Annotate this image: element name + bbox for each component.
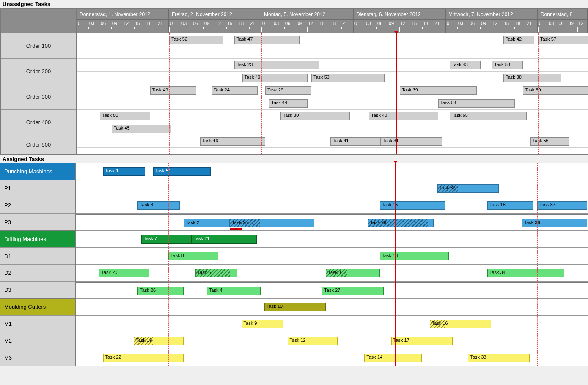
machine-row-label: D1 (0, 248, 75, 265)
task-bar[interactable]: Task 34 (487, 269, 564, 277)
machine-row[interactable]: Task 2Task 25Task 28Task 36 (76, 214, 588, 231)
delay-indicator (230, 228, 241, 230)
machine-group-label[interactable]: Drilling Machines (0, 231, 75, 248)
task-bar[interactable]: Task 22 (103, 354, 184, 362)
task-bar[interactable]: Task 10 (264, 303, 326, 311)
task-bar[interactable]: Task 30 (280, 112, 349, 120)
task-bar[interactable]: Task 24 (212, 86, 258, 95)
task-bar[interactable]: Task 8 (168, 252, 218, 260)
order-row[interactable]: Task 50Task 30Task 40Task 55Task 45 (77, 110, 588, 135)
task-bar[interactable]: Task 14 (364, 354, 422, 362)
order-row[interactable]: Task 46Task 41Task 31Task 56 (77, 135, 588, 154)
machine-row[interactable]: Task 19Task 12Task 17 (76, 332, 588, 349)
task-bar[interactable]: Task 53 (311, 74, 385, 82)
day-boundary (168, 163, 169, 366)
task-bar[interactable]: Task 48 (242, 74, 308, 82)
hour-scale: 003060912151821 (354, 20, 446, 33)
day-boundary (261, 33, 262, 154)
machine-row-label: M2 (0, 332, 75, 349)
task-bar[interactable]: Task 56 (530, 137, 569, 146)
machine-row-label: D2 (0, 265, 75, 282)
task-bar[interactable]: Task 21 (191, 235, 256, 244)
task-bar[interactable]: Task 20 (99, 269, 149, 277)
task-bar[interactable]: Task 31 (381, 137, 442, 146)
task-bar[interactable]: Task 54 (438, 99, 515, 108)
task-bar[interactable]: Task 41 (330, 137, 380, 146)
task-bar[interactable]: Task 39 (400, 86, 477, 95)
blank-corner (1, 9, 76, 33)
task-bar[interactable]: Task 52 (169, 36, 223, 44)
group-row[interactable]: Task 10 (76, 299, 588, 316)
task-bar[interactable]: Task 43 (450, 61, 481, 69)
assigned-title: Assigned Tasks (0, 155, 588, 163)
task-bar[interactable]: Task 9 (242, 320, 284, 328)
task-bar[interactable]: Task 2 (184, 219, 230, 227)
task-bar[interactable]: Task 16 (430, 320, 491, 328)
unassigned-gantt: Order 100Order 200Order 300Order 400Orde… (0, 8, 588, 155)
task-bar[interactable]: Task 17 (391, 337, 453, 345)
task-bar[interactable]: Task 26 (137, 287, 184, 295)
machine-row-label: D3 (0, 282, 75, 299)
machine-group-label[interactable]: Moulding Cutters (0, 299, 75, 316)
task-bar[interactable]: Task 7 (141, 235, 191, 244)
machine-row[interactable]: Task 20Task 6Task 11Task 34 (76, 265, 588, 282)
machine-row[interactable]: Task 3Task 15Task 18Task 37 (76, 197, 588, 214)
order-row-label: Order 300 (1, 84, 76, 110)
task-bar[interactable]: Task 58 (492, 61, 523, 69)
now-marker (395, 163, 396, 366)
task-bar[interactable]: Task 37 (537, 201, 587, 210)
task-bar[interactable]: Task 4 (207, 287, 261, 295)
task-bar[interactable]: Task 32 (437, 184, 499, 193)
day-header: Donnerstag, 8 (538, 9, 588, 20)
machine-row[interactable]: Task 22Task 14Task 33 (76, 349, 588, 366)
hour-scale: 003060912151821 (77, 20, 169, 33)
order-row[interactable]: Task 23Task 43Task 58Task 48Task 53Task … (77, 59, 588, 84)
day-header: Montag, 5. November 2012 (261, 9, 354, 20)
order-row-label: Order 500 (1, 135, 76, 154)
task-bar[interactable]: Task 29 (265, 86, 311, 95)
subrow (77, 46, 588, 59)
task-bar[interactable]: Task 36 (522, 219, 587, 227)
now-marker (396, 33, 397, 154)
task-bar[interactable]: Task 3 (137, 201, 180, 210)
machine-row[interactable]: Task 26Task 4Task 27 (76, 282, 588, 299)
task-bar[interactable]: Task 15 (380, 201, 445, 210)
task-bar[interactable]: Task 1 (103, 167, 146, 176)
machine-group-label[interactable]: Punching Machines (0, 163, 75, 180)
machine-row[interactable]: Task 32 (76, 180, 588, 197)
task-bar[interactable]: Task 18 (487, 201, 533, 210)
order-row-label: Order 200 (1, 59, 76, 84)
order-row-label: Order 100 (1, 33, 76, 59)
group-row[interactable]: Task 7Task 21 (76, 231, 588, 248)
task-bar[interactable]: Task 46 (200, 137, 265, 146)
task-bar[interactable]: Task 38 (503, 74, 561, 82)
task-bar[interactable]: Task 57 (538, 36, 588, 44)
task-bar[interactable]: Task 47 (234, 36, 299, 44)
task-bar[interactable]: Task 6 (195, 269, 238, 277)
task-bar[interactable]: Task 33 (468, 354, 529, 362)
task-bar[interactable]: Task 50 (100, 112, 150, 120)
hour-scale: 003060912151821 (446, 20, 538, 33)
task-bar[interactable]: Task 51 (153, 167, 211, 176)
task-bar[interactable]: Task 44 (269, 99, 308, 108)
order-row[interactable]: Task 52Task 47Task 42Task 57 (77, 33, 588, 59)
task-bar[interactable]: Task 23 (234, 61, 319, 69)
task-bar[interactable]: Task 13 (380, 252, 449, 260)
task-bar[interactable]: Task 45 (112, 125, 171, 133)
task-bar[interactable]: Task 12 (288, 337, 338, 345)
task-bar[interactable]: Task 55 (450, 112, 527, 120)
task-bar[interactable]: Task 59 (523, 86, 588, 95)
task-bar[interactable]: Task 40 (369, 112, 438, 120)
order-row-label: Order 400 (1, 110, 76, 135)
group-row[interactable]: Task 1Task 51 (76, 163, 588, 180)
task-bar[interactable]: Task 49 (150, 86, 196, 95)
task-bar[interactable]: Task 28 (368, 219, 433, 227)
order-row[interactable]: Task 49Task 24Task 29Task 39Task 59Task … (77, 84, 588, 110)
task-bar[interactable]: Task 42 (503, 36, 534, 44)
machine-row-label: M1 (0, 316, 75, 332)
machine-row[interactable]: Task 9Task 16 (76, 316, 588, 332)
machine-row[interactable]: Task 8Task 13 (76, 248, 588, 265)
machine-row-label: P3 (0, 214, 75, 231)
task-bar[interactable]: Task 19 (134, 337, 184, 345)
task-bar[interactable]: Task 25 (230, 219, 314, 227)
